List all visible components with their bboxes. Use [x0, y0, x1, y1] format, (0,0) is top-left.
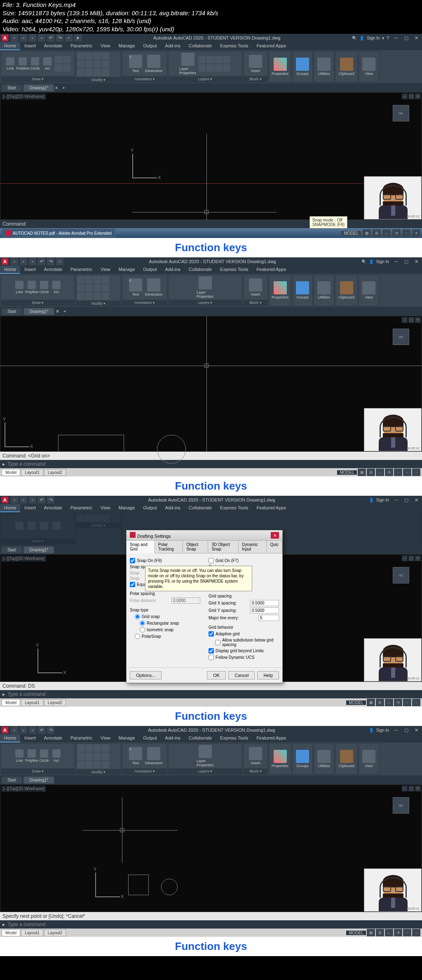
qat-new-icon[interactable]: ▫	[11, 34, 18, 42]
panel-block-title[interactable]: Block ▾	[244, 76, 267, 82]
ok-button[interactable]: OK	[207, 671, 226, 679]
layer-tool[interactable]	[206, 56, 214, 63]
tool-line[interactable]: Line	[5, 56, 16, 72]
rect-snap-radio[interactable]: Rectangular snap	[140, 621, 200, 626]
drawing-viewport[interactable]: [--][Top][2D Wireframe] ─▢✕ SE YX Drafti…	[0, 554, 422, 682]
status-btn[interactable]: ▫	[412, 469, 420, 476]
panel-annotation-title[interactable]: Annotation ▾	[122, 76, 167, 82]
tab-add-icon[interactable]: +	[62, 85, 65, 90]
grid-snap-radio[interactable]: Grid snap	[135, 614, 200, 619]
status-osnap-icon[interactable]: ▫	[402, 229, 410, 237]
tab-featured[interactable]: Featured Apps	[252, 266, 290, 274]
status-btn[interactable]: ▫	[394, 469, 402, 476]
qat-print-icon[interactable]: ▫	[65, 34, 73, 42]
panel-layers-title[interactable]: Layers ▾	[169, 76, 242, 82]
close-button[interactable]: ✕	[412, 35, 420, 41]
tool-arc[interactable]: Arc	[42, 56, 53, 72]
qat-btn[interactable]: ▫	[29, 258, 36, 265]
modify-tool[interactable]	[77, 61, 84, 68]
tool-text[interactable]: AText	[127, 52, 144, 75]
modify-tool[interactable]	[94, 69, 101, 76]
tab-output[interactable]: Output	[139, 42, 161, 50]
tab-insert[interactable]: Insert	[20, 42, 40, 50]
help-dropdown-icon[interactable]: ▾	[382, 36, 384, 40]
autocad-app-icon[interactable]: A	[2, 258, 8, 265]
major-line-input[interactable]	[258, 615, 279, 621]
tab-close-icon[interactable]: ✕	[55, 86, 58, 90]
tab-home[interactable]: Home	[0, 266, 20, 274]
follow-ucs-checkbox[interactable]: Follow Dynamic UCS	[209, 655, 279, 660]
qat-btn[interactable]: ▫	[20, 258, 27, 265]
tool-circle[interactable]: Circle	[38, 279, 50, 296]
command-input[interactable]: ▸Type a command	[0, 690, 422, 698]
qat-undo-icon[interactable]: ↶	[47, 34, 54, 42]
help-icon[interactable]: ?	[387, 36, 389, 40]
tool-circle[interactable]: Circle	[29, 56, 41, 72]
modify-tool[interactable]	[94, 52, 101, 60]
panel-draw-title[interactable]: Draw ▾	[1, 76, 75, 82]
dialog-close-button[interactable]: ✕	[271, 532, 279, 539]
modify-tool[interactable]	[77, 69, 84, 76]
dialog-tab-osnap[interactable]: Object Snap	[183, 541, 208, 553]
tab-manage[interactable]: Manage	[115, 266, 139, 274]
tab-layout1[interactable]: Layout1	[21, 469, 43, 476]
qat-btn[interactable]: ↷	[47, 258, 54, 265]
maximize-button[interactable]: ▢	[402, 35, 410, 41]
tab-drawing1[interactable]: Drawing1*	[23, 84, 54, 91]
tab-featured[interactable]: Featured Apps	[252, 42, 290, 50]
layer-tool[interactable]	[215, 64, 222, 72]
close-button[interactable]: ✕	[412, 258, 420, 265]
grid-x-input[interactable]	[250, 600, 279, 606]
modify-tool[interactable]	[94, 61, 101, 68]
modify-tool[interactable]	[85, 52, 93, 60]
modify-tool[interactable]	[102, 61, 109, 68]
user-icon[interactable]: 👤	[369, 259, 374, 264]
autocad-app-icon[interactable]: A	[2, 35, 8, 41]
qat-save-icon[interactable]: ▫	[29, 34, 36, 42]
tab-express[interactable]: Express Tools	[216, 266, 252, 274]
adaptive-checkbox[interactable]: Adaptive grid	[209, 631, 279, 637]
snap-on-checkbox[interactable]: Snap On (F9)	[130, 558, 200, 563]
tab-collaborate[interactable]: Collaborate	[185, 266, 216, 274]
draw-small-tool[interactable]	[55, 56, 62, 63]
draw-small-tool[interactable]	[55, 64, 62, 72]
modify-tool[interactable]	[85, 61, 93, 68]
status-btn[interactable]: ⊞	[367, 469, 375, 476]
status-btn[interactable]: ◔	[385, 469, 393, 476]
qat-share-icon[interactable]: ▾	[74, 34, 82, 42]
modify-tool[interactable]	[77, 52, 84, 60]
tool-polyline[interactable]: Polyline	[17, 56, 28, 72]
status-more-icon[interactable]: ▾	[412, 229, 420, 237]
maximize-button[interactable]: ▢	[402, 258, 410, 265]
viewcube[interactable]: SE	[389, 105, 413, 130]
tab-layout2[interactable]: Layout2	[44, 469, 66, 476]
layer-tool[interactable]	[198, 56, 206, 63]
display-beyond-checkbox[interactable]: Display grid beyond Limits	[209, 648, 279, 653]
help-button[interactable]: Help	[257, 671, 279, 679]
minimize-button[interactable]: ─	[392, 258, 401, 265]
tool-dimension[interactable]: Dimension	[145, 52, 162, 75]
draw-small-tool[interactable]	[63, 64, 70, 72]
panel-clipboard[interactable]: Clipboard	[335, 51, 358, 82]
tab-model[interactable]: Model	[2, 469, 20, 476]
search-icon[interactable]: 🔍	[352, 36, 357, 40]
command-input[interactable]: ▸Type a command	[0, 920, 422, 929]
polar-snap-radio[interactable]: PolarSnap	[135, 634, 200, 639]
dialog-tab-dynamic[interactable]: Dynamic Input	[239, 541, 267, 553]
panel-groups[interactable]: Groups	[292, 51, 313, 82]
search-icon[interactable]: 🔍	[361, 259, 366, 264]
tab-manage[interactable]: Manage	[115, 42, 139, 50]
polar-distance-input[interactable]	[171, 597, 200, 604]
qat-btn[interactable]: ↶	[38, 258, 45, 265]
vp-close-icon[interactable]: ✕	[415, 93, 421, 99]
qat-open-icon[interactable]: ▫	[20, 34, 27, 42]
status-ortho-icon[interactable]: ∟	[382, 229, 391, 237]
tool-insert[interactable]: Insert	[247, 52, 264, 75]
qat-btn[interactable]: ▫	[11, 258, 18, 265]
modify-tool[interactable]	[102, 69, 109, 76]
tab-view[interactable]: View	[96, 266, 115, 274]
tab-collaborate[interactable]: Collaborate	[185, 42, 216, 50]
dialog-tab-quick[interactable]: Quic	[267, 541, 282, 553]
tool-line[interactable]: Line	[14, 279, 25, 296]
layer-tool[interactable]	[206, 64, 214, 72]
